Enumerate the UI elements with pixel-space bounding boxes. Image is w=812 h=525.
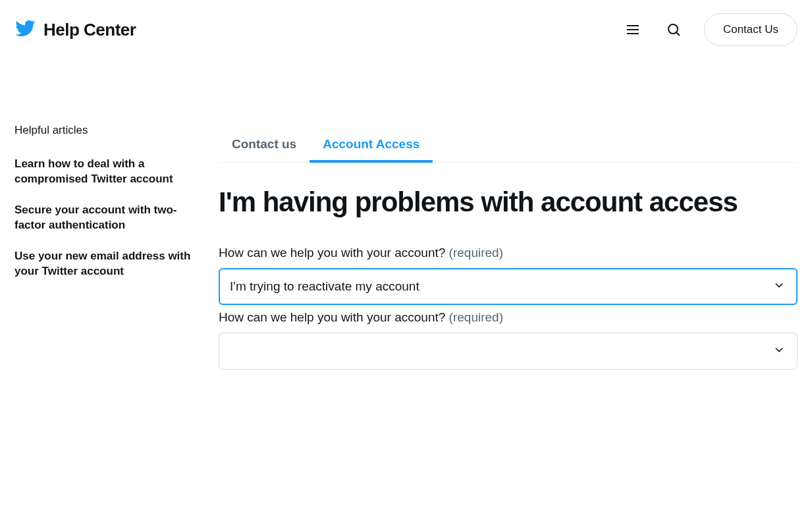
sidebar-link-compromised[interactable]: Learn how to deal with a compromised Twi…: [14, 157, 205, 187]
select-help-account-2[interactable]: [219, 333, 798, 370]
svg-line-4: [676, 32, 680, 36]
header-right: Contact Us: [622, 13, 798, 46]
contact-us-button[interactable]: Contact Us: [704, 13, 798, 46]
select-wrapper-1: I'm trying to reactivate my account: [219, 268, 798, 305]
form-group-2: How can we help you with your account? (…: [219, 310, 798, 370]
svg-point-3: [668, 24, 678, 34]
tab-account-access[interactable]: Account Access: [323, 137, 420, 162]
main-content: Contact us Account Access I'm having pro…: [219, 59, 798, 370]
sidebar-link-email[interactable]: Use your new email address with your Twi…: [14, 249, 205, 279]
search-icon[interactable]: [663, 19, 684, 40]
form-label-1: How can we help you with your account? (…: [219, 246, 798, 260]
select-wrapper-2: [219, 333, 798, 370]
header: Help Center Contact Us: [0, 0, 812, 59]
sidebar-title: Helpful articles: [14, 124, 205, 137]
tabs: Contact us Account Access: [219, 137, 798, 163]
header-left: Help Center: [14, 18, 136, 41]
page-title: I'm having problems with account access: [219, 186, 798, 218]
sidebar: Helpful articles Learn how to deal with …: [14, 59, 205, 370]
twitter-logo-icon[interactable]: [14, 18, 36, 41]
sidebar-link-twofactor[interactable]: Secure your account with two-factor auth…: [14, 203, 205, 233]
form-label-1-text: How can we help you with your account?: [219, 246, 445, 260]
form-group-1: How can we help you with your account? (…: [219, 246, 798, 305]
logo-text: Help Center: [43, 20, 136, 40]
form-label-1-required: (required): [449, 246, 503, 260]
form-label-2-required: (required): [449, 310, 503, 324]
form-label-2: How can we help you with your account? (…: [219, 310, 798, 325]
select-help-account-1[interactable]: I'm trying to reactivate my account: [219, 268, 798, 305]
form-label-2-text: How can we help you with your account?: [219, 310, 445, 324]
menu-icon[interactable]: [622, 19, 643, 40]
tab-contact-us[interactable]: Contact us: [232, 137, 296, 162]
layout: Helpful articles Learn how to deal with …: [0, 59, 812, 370]
